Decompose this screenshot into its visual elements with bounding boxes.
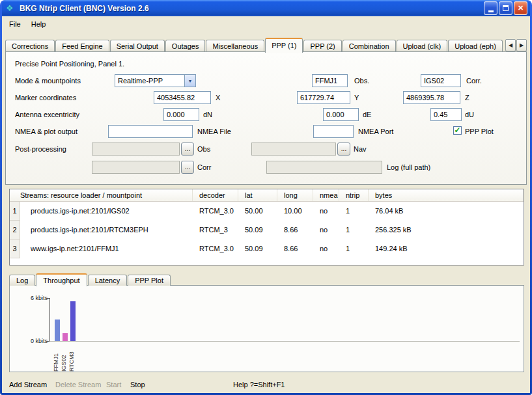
corr-label: Corr. [466, 77, 482, 85]
tab-upload-eph[interactable]: Upload (eph) [448, 40, 503, 52]
bar-ffmj1 [55, 320, 60, 341]
cell-mountpoint: products.igs-ip.net:2101/IGS02 [20, 202, 193, 221]
table-row[interactable]: 1 products.igs-ip.net:2101/IGS02 RTCM_3.… [10, 202, 524, 221]
post-nav-label: Nav [354, 145, 367, 153]
header-mountpoint: Streams: resource loader / mountpoint [10, 189, 193, 201]
antenna-de-field[interactable] [323, 108, 359, 121]
bottom-tabbar: Log Throughput Latency PPP Plot [9, 273, 171, 286]
mode-mountpoints-label: Mode & mountpoints [15, 77, 81, 85]
marker-z-field[interactable] [403, 91, 460, 104]
tab-scroll-left-icon[interactable]: ◀ [505, 39, 516, 51]
titlebar[interactable]: ❖ BKG Ntrip Client (BNC) Version 2.6 [2, 0, 530, 16]
post-obs-label: Obs [197, 145, 210, 153]
header-ntrip: ntrip [339, 189, 369, 201]
tab-scroll-right-icon[interactable]: ▶ [516, 39, 527, 51]
maximize-icon [503, 5, 509, 11]
y-tick-bottom: 0 kbits [19, 338, 48, 344]
y-label: Y [354, 94, 359, 102]
bottom-tab-log[interactable]: Log [9, 275, 35, 286]
row-number: 3 [10, 239, 20, 258]
post-corr-label: Corr [197, 163, 211, 171]
menu-file[interactable]: File [4, 18, 26, 30]
header-nmea: nmea [313, 189, 339, 201]
nmea-file-label: NMEA File [197, 128, 231, 135]
table-row[interactable]: 2 products.igs-ip.net:2101/RTCM3EPH RTCM… [10, 221, 524, 239]
minimize-button[interactable] [484, 1, 497, 15]
bar-rtcm3 [70, 301, 76, 341]
de-label: dE [363, 111, 371, 118]
tab-feed-engine[interactable]: Feed Engine [55, 40, 109, 52]
post-log-field [266, 161, 382, 174]
streams-table: Streams: resource loader / mountpoint de… [9, 189, 524, 266]
obs-label: Obs. [354, 77, 369, 85]
cell-lat: 50.09 [238, 239, 277, 258]
obs-mountpoint-field[interactable] [312, 74, 348, 87]
cell-ntrip: 1 [339, 239, 369, 258]
marker-y-field[interactable] [297, 91, 350, 104]
cell-bytes: 256.325 kB [369, 221, 524, 239]
nmea-port-field[interactable] [313, 125, 354, 138]
post-corr-browse-button[interactable]: ... [181, 161, 194, 174]
x-axis [49, 341, 520, 342]
antenna-du-field[interactable] [430, 108, 462, 121]
bottom-tab-latency[interactable]: Latency [88, 275, 128, 286]
x-label-ffmj1: FFMJ1 [53, 344, 59, 372]
menubar: File Help [2, 17, 530, 31]
dn-label: dN [203, 111, 212, 118]
cell-ntrip: 1 [339, 221, 369, 239]
z-label: Z [465, 94, 469, 102]
header-lat: lat [238, 189, 277, 201]
nmea-plot-output-label: NMEA & plot output [15, 128, 77, 135]
post-log-label: Log (full path) [387, 163, 430, 171]
tab-ppp-1[interactable]: PPP (1) [265, 38, 303, 53]
header-bytes: bytes [369, 189, 524, 201]
nmea-file-field[interactable] [108, 125, 193, 138]
bottom-tab-ppp-plot[interactable]: PPP Plot [128, 275, 171, 286]
tick-top [46, 298, 49, 299]
cell-nmea: no [313, 221, 339, 239]
tab-miscellaneous[interactable]: Miscellaneous [206, 40, 264, 52]
ppp-plot-checkbox[interactable] [453, 126, 462, 135]
marker-x-field[interactable] [154, 91, 211, 104]
cell-ntrip: 1 [339, 202, 369, 221]
post-nav-browse-button[interactable]: ... [337, 143, 350, 156]
antenna-dn-field[interactable] [163, 108, 199, 121]
maximize-button[interactable] [499, 1, 512, 15]
row-number: 1 [10, 202, 20, 221]
header-long: long [277, 189, 313, 201]
mode-select[interactable]: Realtime-PPP [115, 74, 196, 87]
cell-mountpoint: www.igs-ip.net:2101/FFMJ1 [20, 239, 193, 258]
marker-coordinates-label: Marker coordinates [15, 94, 76, 102]
cell-mountpoint: products.igs-ip.net:2101/RTCM3EPH [20, 221, 193, 239]
corr-mountpoint-field[interactable] [421, 74, 461, 87]
post-nav-field [251, 143, 336, 156]
minimize-icon [488, 10, 494, 12]
chevron-down-icon[interactable] [184, 75, 195, 87]
header-decoder: decoder [193, 189, 238, 201]
menu-help[interactable]: Help [26, 18, 51, 30]
tab-ppp-2[interactable]: PPP (2) [303, 40, 341, 52]
tab-upload-clk[interactable]: Upload (clk) [397, 40, 448, 52]
add-stream-button[interactable]: Add Stream [9, 381, 47, 388]
tabbar: Corrections Feed Engine Serial Output Ou… [5, 37, 527, 52]
bar-igs02 [63, 333, 68, 341]
y-tick-top: 6 kbits [19, 295, 48, 301]
bottom-tab-throughput[interactable]: Throughput [36, 273, 87, 286]
cell-lat: 50.09 [238, 221, 277, 239]
throughput-chart: 6 kbits 0 kbits FFMJ1 IGS02 RTCM3 [9, 285, 524, 372]
x-label: X [216, 94, 220, 102]
post-obs-browse-button[interactable]: ... [181, 143, 194, 156]
post-corr-field [92, 161, 180, 174]
stop-button[interactable]: Stop [130, 381, 145, 388]
app-icon: ❖ [6, 3, 16, 14]
post-processing-label: Post-processing [15, 145, 66, 153]
tab-serial-output[interactable]: Serial Output [110, 40, 165, 52]
table-row[interactable]: 3 www.igs-ip.net:2101/FFMJ1 RTCM_3.0 50.… [10, 239, 524, 258]
tab-combination[interactable]: Combination [343, 40, 396, 52]
close-button[interactable] [514, 1, 527, 15]
tab-corrections[interactable]: Corrections [5, 40, 55, 52]
cell-nmea: no [313, 202, 339, 221]
tab-outages[interactable]: Outages [165, 40, 206, 52]
statusbar: Add Stream Delete Stream Start Stop Help… [2, 377, 530, 393]
streams-table-header: Streams: resource loader / mountpoint de… [10, 189, 524, 202]
